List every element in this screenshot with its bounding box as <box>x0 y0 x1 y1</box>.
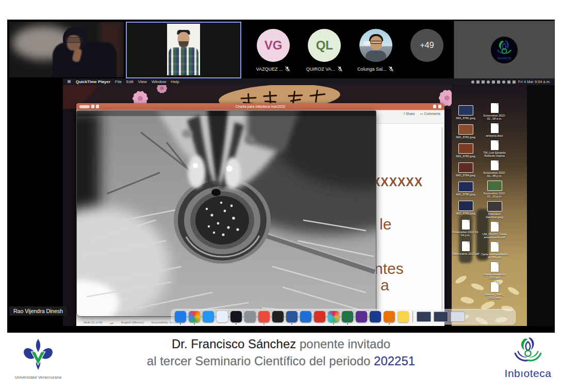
glasses <box>66 37 82 43</box>
desktop-file-icon[interactable]: Screenshot 2022-02...20 p.m. <box>480 181 509 198</box>
desktop-file-icon[interactable]: TM_Luis Eduardo Robledo Ospina <box>480 140 509 157</box>
dock-icon-teams[interactable] <box>300 311 311 322</box>
menubar-status-icon[interactable] <box>471 80 474 84</box>
window-controls-icon[interactable] <box>438 105 441 108</box>
menubar-status-icon[interactable] <box>513 80 516 84</box>
participant-avatar[interactable]: +49 <box>403 29 451 62</box>
document-icon <box>491 282 499 292</box>
mic-muted-icon <box>285 66 290 72</box>
menu-file[interactable]: File <box>115 79 122 84</box>
menubar-app-name[interactable]: QuickTime Player <box>76 79 110 84</box>
desktop-file-icon[interactable]: IMG_8783.jpeg <box>451 143 481 158</box>
avatar-initials[interactable]: QL <box>308 29 341 62</box>
presenter-name-tag: Rao Vijendra Dinesh <box>9 306 67 316</box>
image-thumbnail <box>458 182 473 192</box>
file-label: Screenshot 2022-02...48 p.m. <box>480 171 509 177</box>
file-label: Carta marzo 2022.pdf <box>452 252 479 255</box>
desktop-file-icon[interactable]: anteproj.docx <box>480 123 509 137</box>
desktop-file-icon[interactable]: IMG_8784.jpeg <box>451 162 481 177</box>
avatar-photo[interactable] <box>359 29 392 62</box>
file-label: IMG_8782.jpeg <box>456 136 475 139</box>
beard <box>179 41 189 47</box>
more-participants-badge[interactable]: +49 <box>410 29 443 62</box>
language-status[interactable]: English (Mexico) <box>121 321 144 324</box>
menubar-status-icon[interactable] <box>482 80 485 84</box>
desktop-file-icon[interactable]: Screenshot 2022-02...48 p.m. <box>480 160 509 177</box>
menu-edit[interactable]: Edit <box>126 79 134 84</box>
participant-avatar[interactable]: Colunga Sal... <box>352 29 400 72</box>
participant-avatar[interactable]: VGVAZQUEZ ... <box>250 29 297 72</box>
desktop-file-icon[interactable]: IMG_8781.jpeg <box>451 105 481 120</box>
file-label: IMG_8784.jpeg <box>456 174 475 177</box>
video-tile-active-speaker[interactable] <box>126 22 241 78</box>
image-thumbnail <box>458 143 473 154</box>
dock-icon-excel[interactable] <box>342 311 353 322</box>
menubar-status-icon[interactable] <box>487 80 490 84</box>
share-button[interactable]: ⤴ Share <box>403 112 415 116</box>
dock-icon-word[interactable] <box>286 311 297 322</box>
desktop-file-icon[interactable]: Francisco Sanchez.jpeg <box>480 201 509 219</box>
menu-view[interactable]: View <box>138 79 147 84</box>
desktop-file-icon[interactable]: Carta marzo 2022.pdf <box>451 241 481 255</box>
file-label: anteproj.docx <box>486 134 503 137</box>
powerpoint-titlebar[interactable]: Charla para Inbioteca mar2022 <box>76 103 444 110</box>
dock-icon-finder[interactable] <box>175 311 186 322</box>
macos-dock <box>171 309 516 324</box>
desktop-file-icon[interactable]: Screenshot 2022-02...08 a.m. <box>480 103 509 120</box>
inbioteca-wordmark: Inbıoteca <box>501 367 555 380</box>
desktop-file-icon[interactable]: IMG_8785.jpeg <box>451 182 481 196</box>
speaker-name: Dr. Francisco Sánchez <box>172 337 296 351</box>
minimized-window-thumbnail[interactable] <box>434 312 448 322</box>
desktop-file-icon[interactable]: IMG_8786.jpeg <box>451 201 481 215</box>
quicktime-video-window[interactable] <box>76 110 376 317</box>
file-label: IMG_8783.jpeg <box>456 155 475 158</box>
document-icon <box>491 103 499 113</box>
apple-menu-icon[interactable]: ⌘ <box>67 79 71 84</box>
participant-avatar[interactable]: QLQUIROZ VA... <box>301 29 348 72</box>
desktop-file-icon[interactable]: Carta recomendacion MCBS.pdf <box>480 242 509 259</box>
comments-button[interactable]: ▭ Comments <box>420 112 440 116</box>
dock-icon-garageband[interactable] <box>272 311 284 322</box>
menubar-status-icon[interactable] <box>507 80 510 84</box>
dock-icon-gmail[interactable] <box>314 311 325 322</box>
desktop-file-icon[interactable]: Carta postulacion 2022.pdf <box>480 262 509 279</box>
dock-icon-system-preferences[interactable] <box>244 311 256 322</box>
menu-window[interactable]: Window <box>152 79 166 84</box>
dock-icon-safari[interactable] <box>203 311 214 322</box>
menubar-status-icon[interactable] <box>492 80 495 84</box>
desktop-icons-column: IMG_8781.jpegIMG_8782.jpegIMG_8783.jpegI… <box>451 105 481 255</box>
plaid-shirt <box>169 47 199 75</box>
image-thumbnail <box>458 124 473 135</box>
save-icon[interactable] <box>91 105 94 108</box>
dock-icon-notes[interactable] <box>398 311 409 322</box>
desktop-file-icon[interactable]: Screenshot 2022-03-04 p.m. <box>451 220 481 237</box>
dock-icon-facebook[interactable] <box>230 311 242 322</box>
dock-icon-app-2[interactable] <box>370 311 381 322</box>
dock-icon-maps[interactable] <box>217 311 228 322</box>
menubar-status-icon[interactable] <box>476 80 480 84</box>
caption-line2: al tercer Seminario Científico del perio… <box>147 354 374 368</box>
video-tile-self[interactable] <box>9 22 124 77</box>
document-icon <box>491 222 499 232</box>
dock-icon-slack[interactable] <box>328 311 339 322</box>
avatar-initials[interactable]: VG <box>257 29 290 62</box>
search-icon[interactable] <box>433 105 436 108</box>
menubar-clock[interactable]: Fri 4 Mar 9:04 a.m. <box>518 80 551 84</box>
desktop-file-icon[interactable]: Results _Beth_ 2022.xlsx <box>480 282 509 299</box>
desktop-file-icon[interactable]: UM_301297_Carta anteproyecto.pdf <box>480 222 509 239</box>
minimized-window-thumbnail[interactable] <box>451 312 465 322</box>
undo-icon[interactable] <box>96 105 99 108</box>
dock-icon-app-1[interactable] <box>356 311 367 322</box>
menubar-status-icon[interactable] <box>502 80 505 84</box>
document-icon <box>462 241 470 251</box>
dock-icon-chrome[interactable] <box>189 311 200 322</box>
desktop-file-icon[interactable]: IMG_8782.jpeg <box>451 124 481 139</box>
menubar-status-icon[interactable] <box>497 80 500 84</box>
dock-icon-firefox[interactable] <box>384 311 395 322</box>
menu-help[interactable]: Help <box>171 79 179 84</box>
dock-icon-tv[interactable] <box>258 311 270 322</box>
minimized-window-thumbnail[interactable] <box>417 312 431 322</box>
autosave-toggle[interactable] <box>79 105 90 108</box>
scrollbar[interactable] <box>441 127 443 313</box>
video-tile-inbioteca-logo[interactable]: bıoteca <box>454 21 555 79</box>
